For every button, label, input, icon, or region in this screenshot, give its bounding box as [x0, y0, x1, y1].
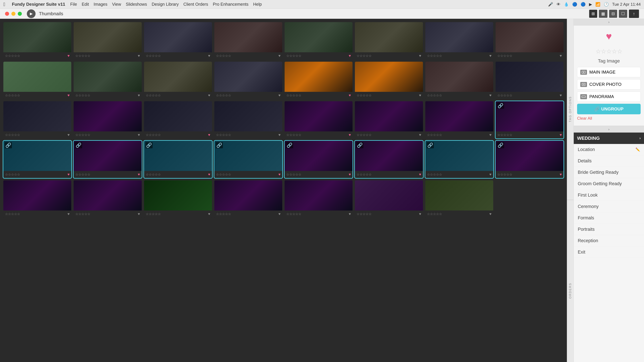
star-rating[interactable]: ☆☆☆☆☆	[146, 172, 161, 176]
image-card[interactable]: ☆☆☆☆☆ ♥	[74, 101, 142, 138]
star-rating[interactable]: ☆☆☆☆☆	[356, 54, 372, 58]
heart-icon[interactable]: ♥	[208, 54, 210, 58]
heart-icon[interactable]: ♥	[278, 133, 280, 137]
wedding-header[interactable]: WEDDING ›	[574, 133, 644, 144]
heart-icon[interactable]: ♥	[138, 133, 140, 137]
heart-icon[interactable]: ♥	[208, 172, 210, 177]
heart-icon[interactable]: ♥	[419, 212, 421, 216]
star-rating[interactable]: ☆☆☆☆☆	[356, 93, 372, 97]
heart-icon[interactable]: ♥	[68, 172, 70, 177]
image-card-selected[interactable]: 🔗 ☆☆☆☆☆ ♥	[496, 101, 564, 138]
heart-icon[interactable]: ♥	[68, 133, 70, 137]
heart-icon[interactable]: ♥	[419, 133, 421, 137]
image-card[interactable]: ☆☆☆☆☆ ♥	[496, 22, 564, 59]
star-rating[interactable]: ☆☆☆☆☆	[427, 133, 442, 137]
image-card[interactable]: ☆☆☆☆☆ ♥	[284, 180, 352, 218]
star-rating[interactable]: ☆☆☆☆☆	[427, 212, 442, 216]
star-rating[interactable]: ☆☆☆☆☆	[286, 133, 301, 137]
cover-photo-button[interactable]: COVER PHOTO	[577, 79, 641, 89]
star-rating[interactable]: ☆☆☆☆☆	[216, 93, 231, 97]
heart-icon[interactable]: ♥	[489, 93, 492, 97]
grid-view-button[interactable]: ⊞	[589, 10, 597, 18]
filmstrip-view-button[interactable]: ▦	[599, 10, 608, 18]
image-card[interactable]: ☆☆☆☆☆ ♥	[214, 22, 282, 59]
heart-icon[interactable]: ♥	[208, 133, 210, 137]
image-card[interactable]: ☆☆☆☆☆ ♥	[74, 180, 142, 218]
menu-file[interactable]: File	[70, 2, 77, 7]
star-rating[interactable]: ☆☆☆☆☆	[356, 212, 372, 216]
image-card[interactable]: ☆☆☆☆☆ ♥	[144, 180, 212, 218]
star-rating[interactable]: ☆☆☆☆☆	[75, 172, 90, 176]
image-card[interactable]: ☆☆☆☆☆ ♥	[355, 22, 423, 59]
heart-icon[interactable]: ♥	[138, 54, 140, 58]
category-reception[interactable]: Reception	[574, 235, 644, 247]
clear-all-button[interactable]: Clear All	[577, 116, 641, 121]
star-rating[interactable]: ☆☆☆☆☆	[75, 93, 90, 97]
star-rating[interactable]: ☆☆☆☆☆	[5, 172, 20, 176]
heart-icon[interactable]: ♥	[560, 133, 562, 137]
compare-view-button[interactable]: ⊟	[609, 10, 617, 18]
image-card[interactable]: ☆☆☆☆☆ ♥	[425, 62, 493, 99]
heart-icon[interactable]: ♥	[68, 93, 70, 97]
panorama-button[interactable]: PANORAMA	[577, 91, 641, 102]
heart-icon[interactable]: ♥	[278, 54, 280, 58]
star-rating[interactable]: ☆☆☆☆☆	[286, 212, 301, 216]
star-rating[interactable]: ☆☆☆☆☆	[75, 212, 90, 216]
edit-icon[interactable]: ✏️	[636, 147, 640, 152]
heart-icon[interactable]: ♥	[560, 93, 562, 97]
heart-icon[interactable]: ♥	[489, 133, 492, 137]
image-card[interactable]: ☆☆☆☆☆ ♥	[144, 62, 212, 99]
image-card[interactable]: ☆☆☆☆☆ ♥	[3, 180, 71, 218]
image-card-selected[interactable]: 🔗 ☆☆☆☆☆ ♥	[214, 141, 282, 178]
star-rating[interactable]: ☆☆☆☆☆	[286, 93, 301, 97]
category-first-look[interactable]: First Look	[574, 190, 644, 201]
heart-icon[interactable]: ♥	[489, 54, 492, 58]
heart-icon[interactable]: ♥	[278, 93, 280, 97]
star-rating[interactable]: ☆☆☆☆☆	[216, 212, 231, 216]
menu-client-orders[interactable]: Client Orders	[184, 2, 208, 7]
image-card[interactable]: ☆☆☆☆☆ ♥	[74, 22, 142, 59]
image-card[interactable]: ☆☆☆☆☆ ♥	[214, 62, 282, 99]
star-rating[interactable]: ☆☆☆☆☆	[216, 172, 231, 176]
image-card-selected[interactable]: 🔗 ☆☆☆☆☆ ♥	[496, 141, 564, 178]
image-card[interactable]: ☆☆☆☆☆ ♥	[355, 62, 423, 99]
star-rating[interactable]: ☆☆☆☆☆	[5, 212, 20, 216]
star-rating[interactable]: ☆☆☆☆☆	[427, 54, 442, 58]
star-rating[interactable]: ☆☆☆☆☆	[146, 212, 161, 216]
category-formals[interactable]: Formals	[574, 212, 644, 224]
heart-icon[interactable]: ♥	[208, 212, 210, 216]
star-rating[interactable]: ☆☆☆☆☆	[497, 172, 512, 176]
heart-icon[interactable]: ♥	[349, 93, 351, 97]
star-rating[interactable]: ☆☆☆☆☆	[356, 133, 372, 137]
image-card-selected[interactable]: 🔗 ☆☆☆☆☆ ♥	[74, 141, 142, 178]
image-card[interactable]: ☆☆☆☆☆ ♥	[425, 22, 493, 59]
star-rating[interactable]: ☆☆☆☆☆	[75, 54, 90, 58]
image-card[interactable]: ☆☆☆☆☆ ♥	[425, 180, 493, 218]
image-card[interactable]: ☆☆☆☆☆ ♥	[355, 180, 423, 218]
heart-icon[interactable]: ♥	[560, 172, 562, 177]
sidebar-collapse-top[interactable]: ›	[574, 19, 644, 25]
image-card[interactable]: ☆☆☆☆☆ ♥	[214, 101, 282, 138]
star-rating[interactable]: ☆☆☆☆☆	[427, 93, 442, 97]
star-rating[interactable]: ☆☆☆☆☆	[216, 133, 231, 137]
star-rating[interactable]: ☆☆☆☆☆	[75, 133, 90, 137]
heart-icon[interactable]: ♥	[419, 54, 421, 58]
star-rating[interactable]: ☆☆☆☆☆	[5, 54, 20, 58]
image-card-selected[interactable]: 🔗 ☆☆☆☆☆ ♥	[355, 141, 423, 178]
image-card[interactable]: ☆☆☆☆☆ ♥	[284, 101, 352, 138]
star-rating[interactable]: ☆☆☆☆☆	[356, 172, 372, 176]
image-card[interactable]: ☆☆☆☆☆ ♥	[3, 62, 71, 99]
heart-icon[interactable]: ♥	[349, 54, 351, 58]
menu-design-library[interactable]: Design Library	[152, 2, 178, 7]
heart-icon[interactable]: ♥	[489, 172, 492, 177]
star-rating[interactable]: ☆☆☆☆☆	[286, 172, 301, 176]
heart-icon[interactable]: ♥	[138, 172, 140, 177]
heart-icon[interactable]: ♥	[138, 212, 140, 216]
image-card-selected[interactable]: 🔗 ☆☆☆☆☆ ♥	[3, 141, 71, 178]
category-location[interactable]: Location ✏️	[574, 144, 644, 155]
maximize-button[interactable]	[18, 12, 22, 16]
image-card[interactable]: ☆☆☆☆☆ ♥	[214, 180, 282, 218]
heart-icon[interactable]: ♥	[349, 172, 351, 177]
star-rating[interactable]: ☆☆☆☆☆	[146, 133, 161, 137]
single-view-button[interactable]: ☐	[619, 10, 627, 18]
